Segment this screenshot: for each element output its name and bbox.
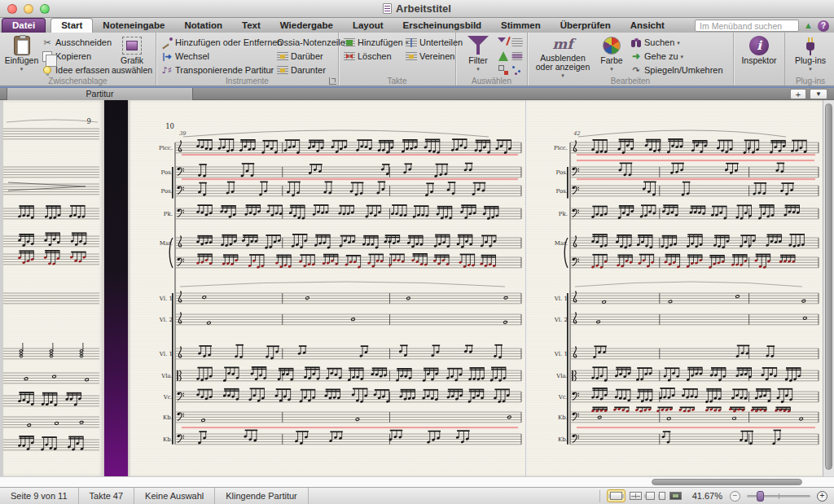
group-inspector: i Inspektor (734, 33, 784, 85)
transposing-icon: ♪♯ (161, 65, 173, 76)
select-graphic-row-icon[interactable] (497, 50, 510, 63)
add-bars-button[interactable]: Hinzufügen▾ (342, 36, 404, 49)
select-notes-icon[interactable] (511, 64, 524, 77)
inspector-icon: i (749, 36, 769, 55)
hide-show-icon: mf (552, 37, 573, 52)
select-bars-icon[interactable] (511, 38, 523, 46)
window-title: Arbeitstitel (396, 2, 451, 15)
caret-down-icon: ▾ (809, 66, 812, 72)
inspector-button[interactable]: i Inspektor (737, 34, 781, 78)
group-label-clipboard: Zwischenablage (0, 77, 156, 85)
status-bar: Seite 9 von 11Takte 47Keine AuswahlKling… (0, 487, 834, 504)
add-remove-instruments-button[interactable]: Hinzufügen oder Entfernen (160, 36, 275, 49)
single-page-view-icon[interactable] (659, 492, 665, 500)
tab-partitur[interactable]: Partitur (7, 88, 193, 100)
ribbon-tab-text[interactable]: Text (232, 19, 270, 33)
transposing-score-button[interactable]: ♪♯Transponierende Partitur (160, 64, 275, 77)
score-notation[interactable]: Picc.Pos.Pos.Pk.Mar.Vl. 1Vl. 2Vl. 1Vla.V… (0, 100, 834, 476)
horizontal-scrollbar[interactable] (0, 476, 834, 487)
filter-funnel-icon (467, 36, 489, 55)
staff-label-pos: Pos. (161, 169, 173, 176)
staff-above-icon (277, 51, 288, 62)
ribbon-tab-wiedergabe[interactable]: Wiedergabe (270, 19, 343, 33)
find-button[interactable]: Suchen▾ (629, 36, 730, 49)
vertical-scrollbar[interactable] (823, 100, 834, 476)
split-bar-button[interactable]: Unterteilen (404, 36, 453, 49)
ossia-below-button[interactable]: Darunter (275, 64, 339, 77)
view-mode-selected[interactable] (607, 489, 626, 502)
paste-button[interactable]: Einfügen ▾ (3, 34, 40, 78)
ribbon-tab-start[interactable]: Start (50, 18, 93, 33)
change-instrument-button[interactable]: |➜Wechsel (160, 50, 275, 63)
horizontal-scrollbar-thumb[interactable] (652, 479, 802, 485)
plugins-button[interactable]: Plug-ins ▾ (788, 34, 832, 78)
fullscreen-view-icon[interactable] (669, 492, 682, 500)
group-label-instruments: Instrumente (156, 77, 338, 85)
staff-label-vc: Vc. (163, 394, 173, 401)
ribbon-tab-überprüfen[interactable]: Überprüfen (551, 19, 621, 33)
ossia-above-button[interactable]: Darüber (275, 50, 339, 63)
help-button[interactable]: ? (818, 20, 829, 32)
app-window: Arbeitstitel DateiStartNoteneingabeNotat… (0, 0, 834, 504)
new-tab-button[interactable]: + (790, 89, 806, 99)
tab-menu-button[interactable]: ▼ (810, 89, 827, 99)
measure-number-42: 42 (573, 130, 581, 137)
select-graphic-icon (122, 37, 142, 55)
ribbon-search-input[interactable] (695, 20, 799, 32)
delete-bar-icon (344, 51, 355, 62)
select-system-icon[interactable] (511, 52, 523, 60)
filter-button[interactable]: Filter ▾ (459, 34, 497, 78)
score-canvas[interactable]: Picc.Pos.Pos.Pk.Mar.Vl. 1Vl. 2Vl. 1Vla.V… (0, 100, 834, 487)
group-plugins: Plug-ins ▾ Plug-ins (784, 33, 834, 85)
staff-label-vl1: Vl. 1 (554, 351, 568, 357)
staff-label-mar: Mar. (160, 240, 173, 247)
join-bars-button[interactable]: Vereinen (404, 50, 453, 63)
window-title-wrap: Arbeitstitel (0, 2, 834, 15)
ribbon-tab-erscheinungsbild[interactable]: Erscheinungsbild (393, 19, 492, 33)
collapse-ribbon-icon[interactable]: ▲ (804, 21, 813, 30)
ribbon-tab-notation[interactable]: Notation (174, 19, 232, 33)
spread-view-icon (610, 492, 622, 500)
edit-filter-icon[interactable] (497, 36, 510, 49)
document-icon (383, 3, 392, 14)
panorama-view-icon[interactable] (646, 492, 655, 500)
staff-label-pk: Pk. (164, 211, 173, 217)
caret-down-icon: ▾ (476, 66, 480, 72)
status-segment-3[interactable]: Klingende Partitur (215, 488, 308, 504)
document-tab-bar: Partitur + ▼ (0, 88, 834, 100)
status-segment-1[interactable]: Takte 47 (79, 488, 135, 504)
ribbon-tab-datei[interactable]: Datei (2, 18, 46, 33)
staff-label-vl1: Vl. 1 (159, 296, 173, 302)
title-bar: Arbeitstitel (0, 0, 834, 18)
zoom-out-button[interactable]: − (730, 491, 740, 502)
staff-label-pos: Pos. (556, 188, 568, 195)
staff-label-picc: Picc. (554, 145, 568, 151)
pages-grid-view-icon[interactable] (630, 492, 642, 500)
ossia-staff-button[interactable]: Ossia-Notenzeile (275, 36, 339, 49)
cut-button[interactable]: ✂Ausschneiden (40, 36, 112, 49)
zoom-in-button[interactable]: + (817, 491, 827, 502)
ribbon-tab-stimmen[interactable]: Stimmen (491, 19, 551, 33)
staff-label-kb: Kb. (163, 414, 173, 421)
select-more-icon[interactable] (497, 64, 510, 77)
binoculars-icon (630, 37, 642, 48)
zoom-slider[interactable] (747, 495, 810, 497)
ribbon-tab-ansicht[interactable]: Ansicht (621, 19, 674, 33)
color-button[interactable]: Farbe ▾ (595, 34, 629, 78)
copy-button[interactable]: Kopieren (40, 50, 112, 63)
flip-button[interactable]: ↷Spiegeln/Umkehren (629, 64, 730, 77)
hide-show-button[interactable]: mf Ausblenden oder anzeigen ▾ (531, 34, 595, 78)
select-graphic-button[interactable]: Grafik auswählen (112, 34, 152, 78)
ribbon-tab-layout[interactable]: Layout (343, 19, 393, 33)
caret-down-icon: ▾ (20, 66, 24, 72)
ribbon-tab-noteneingabe[interactable]: Noteneingabe (93, 19, 174, 33)
brush-icon (161, 37, 173, 48)
status-segment-0[interactable]: Seite 9 von 11 (0, 488, 79, 504)
delete-bars-button[interactable]: Löschen (342, 50, 404, 63)
staff-label-vc: Vc. (558, 394, 568, 401)
goto-button[interactable]: ➜Gehe zu▾ (629, 50, 730, 63)
vertical-scrollbar-thumb[interactable] (825, 103, 832, 470)
status-segment-2[interactable]: Keine Auswahl (134, 488, 215, 504)
zoom-slider-thumb[interactable] (757, 491, 764, 502)
status-divider (599, 490, 600, 502)
